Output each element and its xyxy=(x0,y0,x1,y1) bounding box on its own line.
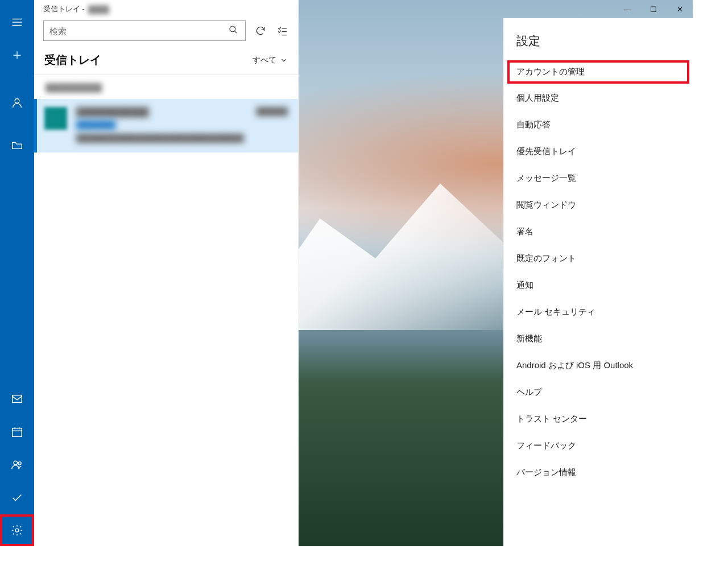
settings-item-2[interactable]: 自動応答 xyxy=(504,112,693,138)
svg-rect-2 xyxy=(13,428,22,437)
settings-item-1[interactable]: 個人用設定 xyxy=(504,85,693,112)
settings-title: 設定 xyxy=(504,18,693,59)
nav-rail xyxy=(0,0,34,546)
search-input-wrapper[interactable] xyxy=(43,20,246,41)
filter-label: すべて xyxy=(253,55,276,65)
chevron-down-icon xyxy=(280,56,288,64)
settings-panel: 設定 アカウントの管理個人用設定自動応答優先受信トレイメッセージ一覧閲覧ウィンド… xyxy=(503,18,693,546)
search-icon[interactable] xyxy=(228,24,239,37)
svg-rect-1 xyxy=(13,395,22,403)
settings-item-14[interactable]: フィードバック xyxy=(504,432,693,459)
hamburger-icon[interactable] xyxy=(0,6,34,39)
calendar-icon[interactable] xyxy=(0,415,34,448)
account-icon[interactable] xyxy=(0,86,34,119)
settings-item-11[interactable]: Android および iOS 用 Outlook xyxy=(504,352,693,379)
inbox-heading: 受信トレイ xyxy=(44,52,101,68)
settings-item-8[interactable]: 通知 xyxy=(504,272,693,299)
settings-item-0[interactable]: アカウントの管理 xyxy=(507,60,689,84)
select-mode-icon[interactable] xyxy=(275,24,289,38)
folder-icon[interactable] xyxy=(0,129,34,162)
mail-sender: ████████████ xyxy=(76,107,149,117)
settings-item-3[interactable]: 優先受信トレイ xyxy=(504,138,693,165)
svg-point-5 xyxy=(15,529,19,532)
maximize-button[interactable]: ☐ xyxy=(640,0,667,18)
folder-title-prefix: 受信トレイ - xyxy=(43,4,85,14)
settings-item-13[interactable]: トラスト センター xyxy=(504,406,693,432)
people-icon[interactable] xyxy=(0,448,34,481)
settings-item-10[interactable]: 新機能 xyxy=(504,325,693,352)
todo-icon[interactable] xyxy=(0,481,34,514)
folder-title-account: ████ xyxy=(88,5,109,14)
mail-preview: ████████████████████████████████ xyxy=(76,134,288,142)
list-toolbar xyxy=(34,18,298,47)
settings-item-6[interactable]: 署名 xyxy=(504,218,693,245)
settings-item-15[interactable]: バージョン情報 xyxy=(504,459,693,486)
mail-list-item[interactable]: ████████████ ██████ ███████ ████████████… xyxy=(34,99,298,152)
sync-icon[interactable] xyxy=(254,24,267,38)
mail-date: ██████ xyxy=(257,107,288,117)
filter-dropdown[interactable]: すべて xyxy=(253,55,288,65)
sender-avatar xyxy=(44,107,67,130)
settings-item-12[interactable]: ヘルプ xyxy=(504,379,693,406)
settings-item-5[interactable]: 閲覧ウィンドウ xyxy=(504,192,693,218)
svg-point-6 xyxy=(230,26,235,32)
svg-point-0 xyxy=(15,98,19,103)
window-controls: — ☐ ✕ xyxy=(614,0,693,18)
settings-item-7[interactable]: 既定のフォント xyxy=(504,245,693,272)
message-list-pane: 受信トレイ - ████ 受信トレイ すべて ██████████ ██████… xyxy=(34,0,299,546)
settings-item-4[interactable]: メッセージ一覧 xyxy=(504,165,693,192)
mail-subject: ███████ xyxy=(76,120,288,129)
compose-button[interactable] xyxy=(0,39,34,72)
folder-titlebar: 受信トレイ - ████ xyxy=(34,0,298,18)
settings-item-9[interactable]: メール セキュリティ xyxy=(504,299,693,325)
svg-point-4 xyxy=(18,462,21,465)
search-input[interactable] xyxy=(49,26,228,36)
close-button[interactable]: ✕ xyxy=(667,0,693,18)
settings-icon[interactable] xyxy=(0,514,34,546)
mail-icon[interactable] xyxy=(0,382,34,415)
minimize-button[interactable]: — xyxy=(614,0,640,18)
svg-point-3 xyxy=(14,461,17,464)
date-group-header: ██████████ xyxy=(34,75,298,99)
